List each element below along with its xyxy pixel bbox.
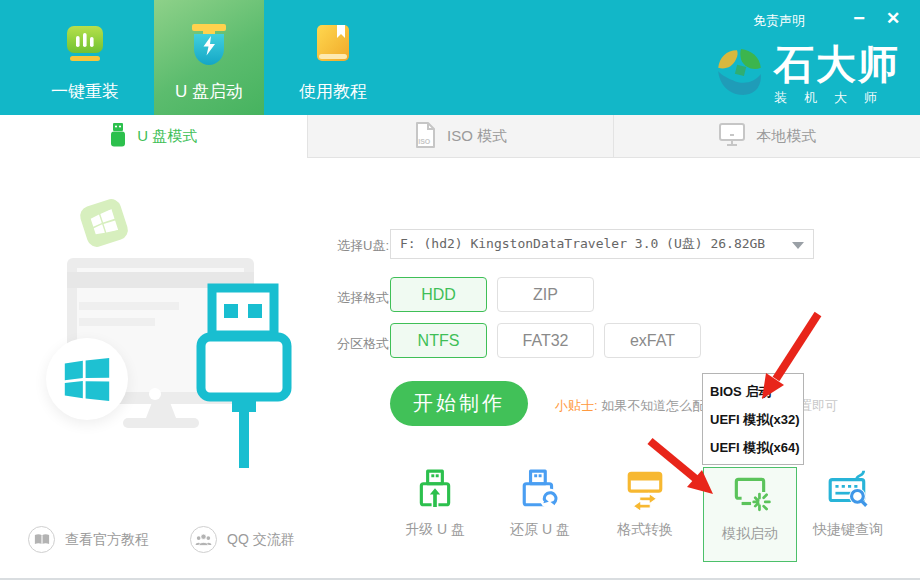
- boot-option-uefi-x32[interactable]: UEFI 模拟(x32): [703, 406, 803, 434]
- windows-tile-icon: [78, 197, 131, 250]
- brand-logo-icon: [712, 46, 766, 104]
- format-option-hdd[interactable]: HDD: [390, 277, 487, 312]
- boot-mode-popup: BIOS 启动 UEFI 模拟(x32) UEFI 模拟(x64): [702, 373, 804, 465]
- reinstall-chart-icon: [62, 23, 108, 71]
- usb-stick-icon: [109, 122, 127, 151]
- partition-option-ntfs[interactable]: NTFS: [390, 323, 487, 358]
- usb-plug-illustration: [196, 280, 292, 474]
- link-label: 查看官方教程: [65, 531, 149, 549]
- partition-option-fat32[interactable]: FAT32: [497, 323, 594, 358]
- official-tutorial-link[interactable]: 查看官方教程: [28, 526, 149, 553]
- usb-select-label: 选择U盘:: [337, 237, 389, 255]
- iso-file-icon: ISO: [414, 121, 437, 152]
- usb-select-dropdown[interactable]: F: (hd2) KingstonDataTraveler 3.0 (U盘) 2…: [390, 229, 814, 259]
- nav-tab-label: 使用教程: [299, 80, 367, 103]
- tab-iso-mode[interactable]: ISO ISO 模式: [307, 115, 614, 158]
- tip-prefix: 小贴士:: [555, 398, 598, 413]
- windows-logo-badge: [46, 338, 128, 420]
- book-icon: [28, 526, 55, 553]
- format-label: 选择格式:: [337, 289, 393, 307]
- nav-tab-label: 一键重装: [51, 80, 119, 103]
- dropdown-arrow-icon: [792, 242, 804, 249]
- tab-label: 本地模式: [756, 127, 816, 146]
- disclaimer-link[interactable]: 免责声明: [753, 12, 805, 30]
- tab-local-mode[interactable]: 本地模式: [613, 115, 920, 158]
- boot-option-bios[interactable]: BIOS 启动: [703, 378, 803, 406]
- nav-tab-usb-boot[interactable]: U 盘启动: [154, 0, 264, 115]
- tool-restore-usb[interactable]: 还原 U 盘: [494, 468, 586, 539]
- mode-tabs: U 盘模式 ISO ISO 模式 本地模式: [0, 115, 920, 158]
- tab-usb-mode[interactable]: U 盘模式: [0, 115, 307, 158]
- start-make-button[interactable]: 开始制作: [390, 381, 528, 426]
- tool-simulate-boot[interactable]: 模拟启动: [704, 472, 796, 543]
- partition-option-exfat[interactable]: exFAT: [604, 323, 701, 358]
- upgrade-usb-icon: [414, 468, 456, 514]
- minimize-button[interactable]: −: [848, 8, 870, 28]
- close-button[interactable]: ✕: [882, 8, 904, 30]
- nav-tab-reinstall[interactable]: 一键重装: [30, 0, 140, 115]
- partition-label: 分区格式:: [337, 335, 393, 353]
- tool-upgrade-usb[interactable]: 升级 U 盘: [389, 468, 481, 539]
- simulate-boot-icon: [729, 472, 771, 518]
- tip-left-text: 如果不知道怎么配: [601, 398, 705, 413]
- tool-format-convert[interactable]: 格式转换: [599, 468, 691, 539]
- usb-select-value: F: (hd2) KingstonDataTraveler 3.0 (U盘) 2…: [391, 235, 765, 253]
- svg-text:ISO: ISO: [418, 138, 431, 145]
- tutorial-book-icon: [310, 21, 356, 71]
- tip-right-text: 置即可: [799, 397, 838, 415]
- monitor-icon: [718, 122, 746, 151]
- format-convert-icon: [624, 468, 666, 514]
- tool-label: 还原 U 盘: [510, 521, 570, 539]
- boot-option-uefi-x64[interactable]: UEFI 模拟(x64): [703, 434, 803, 462]
- tool-label: 升级 U 盘: [405, 521, 465, 539]
- nav-tab-label: U 盘启动: [175, 80, 243, 103]
- format-option-zip[interactable]: ZIP: [497, 277, 594, 312]
- restore-usb-icon: [519, 468, 561, 514]
- brand-logo: 石大师 装机大师: [712, 42, 900, 107]
- tab-label: U 盘模式: [137, 127, 197, 146]
- tool-hotkey-lookup[interactable]: 快捷键查询: [802, 468, 894, 539]
- tool-label: 格式转换: [617, 521, 673, 539]
- usb-boot-shield-icon: [186, 21, 232, 71]
- usb-illustration: [0, 158, 340, 518]
- main-nav: 一键重装 U 盘启动: [30, 0, 388, 115]
- app-window: 一键重装 U 盘启动: [0, 0, 920, 580]
- tab-label: ISO 模式: [447, 127, 507, 146]
- people-group-icon: [190, 526, 217, 553]
- tip-text: 小贴士: 如果不知道怎么配: [555, 397, 705, 415]
- nav-tab-tutorial[interactable]: 使用教程: [278, 0, 388, 115]
- qq-group-link[interactable]: QQ 交流群: [190, 526, 295, 553]
- tool-label: 快捷键查询: [813, 521, 883, 539]
- tool-label: 模拟启动: [722, 525, 778, 543]
- brand-subtitle: 装机大师: [774, 89, 900, 107]
- brand-name: 石大师: [774, 42, 900, 86]
- header-bar: 一键重装 U 盘启动: [0, 0, 920, 115]
- hotkey-keyboard-icon: [826, 468, 870, 514]
- link-label: QQ 交流群: [227, 531, 295, 549]
